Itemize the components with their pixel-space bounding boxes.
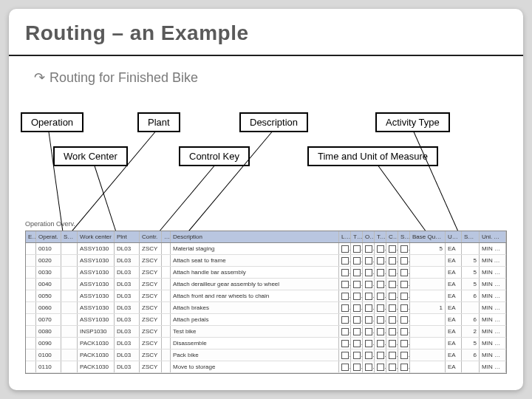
checkbox-icon: [389, 340, 396, 347]
checkbox-icon: [365, 281, 372, 288]
bullet-row: ↷Routing for Finished Bike: [34, 69, 198, 86]
checkbox-icon: [400, 293, 408, 300]
label-control-key: Control Key: [179, 146, 250, 166]
checkbox-icon: [365, 352, 372, 359]
checkbox-icon: [365, 340, 372, 347]
slide-title: Routing – an Example: [25, 22, 249, 45]
checkbox-icon: [389, 352, 396, 359]
checkbox-icon: [377, 316, 384, 324]
checkbox-icon: [353, 364, 361, 371]
checkbox-icon: [353, 257, 361, 265]
col-description: Description: [171, 231, 339, 242]
checkbox-icon: [365, 364, 372, 371]
table-row: 0100PACK1030DL03ZSCYPack bikeEA6MIN LABO…: [26, 349, 506, 361]
checkbox-icon: [377, 304, 384, 312]
checkbox-icon: [377, 269, 384, 276]
checkbox-icon: [400, 257, 408, 265]
table-row: 0010ASSY1030DL03ZSCYMaterial staging5EAM…: [26, 243, 506, 255]
checkbox-icon: [353, 293, 361, 300]
slide-card: Routing – an Example ↷Routing for Finish…: [9, 9, 523, 390]
checkbox-icon: [400, 269, 408, 276]
checkbox-icon: [377, 293, 384, 300]
checkbox-icon: [341, 257, 349, 265]
checkbox-icon: [353, 340, 361, 347]
checkbox-icon: [400, 304, 408, 312]
checkbox-icon: [365, 257, 372, 265]
table-body: 0010ASSY1030DL03ZSCYMaterial staging5EAM…: [26, 243, 506, 373]
label-work-center: Work Center: [53, 146, 128, 166]
checkbox-icon: [365, 328, 372, 335]
col-unit: U…: [446, 231, 462, 242]
bullet-icon: ↷: [34, 69, 45, 86]
label-time-unit: Time and Unit of Measure: [307, 146, 438, 166]
title-underline: [9, 55, 523, 56]
checkbox-icon: [377, 364, 384, 371]
checkbox-icon: [353, 269, 361, 276]
col-ex: Ex: [26, 231, 36, 242]
checkbox-icon: [377, 328, 384, 335]
checkbox-icon: [400, 245, 408, 253]
checkbox-icon: [353, 281, 361, 288]
label-plant: Plant: [137, 112, 180, 132]
checkbox-icon: [389, 269, 396, 276]
label-operation: Operation: [21, 112, 83, 132]
checkbox-icon: [341, 328, 349, 335]
col-ta: Ta…: [375, 231, 386, 242]
checkbox-icon: [341, 269, 349, 276]
label-activity-type: Activity Type: [375, 112, 450, 132]
table-row: 0060ASSY1030DL03ZSCYAttach brakes1EAMIN …: [26, 302, 506, 314]
checkbox-icon: [353, 304, 361, 312]
checkbox-icon: [400, 364, 408, 371]
checkbox-icon: [377, 352, 384, 359]
col-unit-act: Uni. ActMNE…: [480, 231, 506, 242]
checkbox-icon: [365, 245, 372, 253]
col-plant: Plnt: [115, 231, 140, 242]
col-ol: O…: [363, 231, 375, 242]
table-row: 0070ASSY1030DL03ZSCYAttach pedalsEA6MIN …: [26, 314, 506, 326]
checkbox-icon: [400, 281, 408, 288]
table-header-row: Ex Operat. SOp Work center Plnt Contr. ……: [26, 231, 506, 243]
checkbox-icon: [353, 316, 361, 324]
checkbox-icon: [389, 281, 396, 288]
checkbox-icon: [353, 245, 361, 253]
checkbox-icon: [400, 316, 408, 324]
checkbox-icon: [389, 245, 396, 253]
col-operation: Operat.: [36, 231, 61, 242]
col-control-key: Contr.: [140, 231, 162, 242]
checkbox-icon: [341, 304, 349, 312]
checkbox-icon: [389, 316, 396, 324]
bullet-text: Routing for Finished Bike: [50, 70, 198, 85]
checkbox-icon: [389, 364, 396, 371]
col-setup: Set…: [462, 231, 480, 242]
checkbox-icon: [353, 352, 361, 359]
table-row: 0090PACK1030DL03ZSCYDisassembleEA5MIN LA…: [26, 338, 506, 349]
checkbox-icon: [341, 316, 349, 324]
col-base-qty: Base Quantity: [410, 231, 446, 242]
label-description: Description: [239, 112, 308, 132]
col-standard: …Standard: [162, 231, 171, 242]
checkbox-icon: [341, 352, 349, 359]
col-su: Su…: [398, 231, 410, 242]
table-row: 0030ASSY1030DL03ZSCYAttach handle bar as…: [26, 267, 506, 279]
checkbox-icon: [377, 257, 384, 265]
checkbox-icon: [353, 328, 361, 335]
checkbox-icon: [365, 304, 372, 312]
col-work-center: Work center: [78, 231, 115, 242]
checkbox-icon: [389, 293, 396, 300]
col-cl: Cl…: [386, 231, 398, 242]
checkbox-icon: [377, 281, 384, 288]
checkbox-icon: [365, 293, 372, 300]
col-trtc: TRTC…: [351, 231, 363, 242]
checkbox-icon: [341, 281, 349, 288]
checkbox-icon: [377, 245, 384, 253]
checkbox-icon: [389, 328, 396, 335]
checkbox-icon: [400, 328, 408, 335]
checkbox-icon: [341, 340, 349, 347]
col-lo: Lo…: [339, 231, 351, 242]
table-row: 0110PACK1030DL03ZSCYMove to storageEAMIN…: [26, 361, 506, 373]
checkbox-icon: [400, 352, 408, 359]
table-caption: Operation Overv.: [25, 220, 75, 228]
checkbox-icon: [365, 269, 372, 276]
table-row: 0050ASSY1030DL03ZSCYAttach front and rea…: [26, 290, 506, 302]
routing-table: Ex Operat. SOp Work center Plnt Contr. ……: [25, 231, 507, 374]
